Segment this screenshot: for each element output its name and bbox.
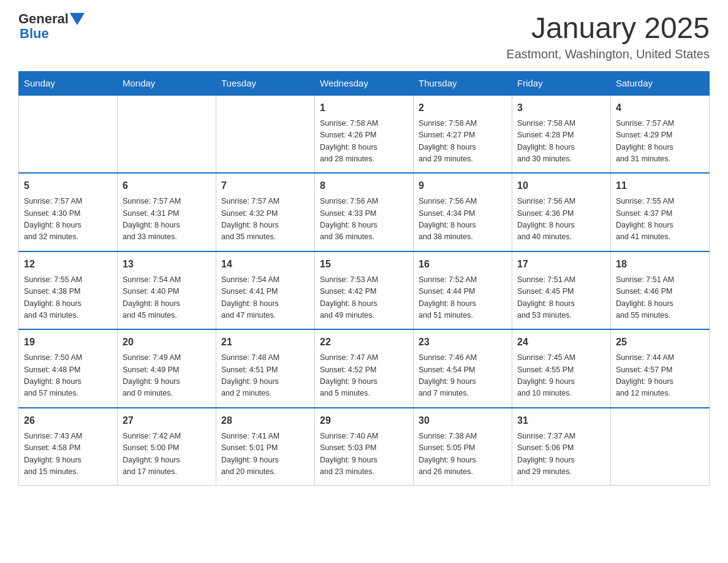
day-number: 1: [320, 101, 408, 115]
day-info: Sunrise: 7:58 AM Sunset: 4:26 PM Dayligh…: [320, 118, 408, 166]
day-info: Sunrise: 7:57 AM Sunset: 4:29 PM Dayligh…: [616, 118, 704, 166]
header-thursday: Thursday: [414, 71, 512, 95]
day-info: Sunrise: 7:55 AM Sunset: 4:37 PM Dayligh…: [616, 196, 704, 243]
logo-general-text: General: [18, 12, 69, 26]
day-info: Sunrise: 7:48 AM Sunset: 4:51 PM Dayligh…: [221, 352, 309, 400]
logo: General Blue: [18, 12, 85, 42]
table-row: 19Sunrise: 7:50 AM Sunset: 4:48 PM Dayli…: [19, 329, 118, 408]
day-info: Sunrise: 7:53 AM Sunset: 4:42 PM Dayligh…: [320, 274, 408, 322]
calendar-week-row: 1Sunrise: 7:58 AM Sunset: 4:26 PM Daylig…: [19, 95, 710, 174]
header-tuesday: Tuesday: [216, 71, 315, 95]
day-info: Sunrise: 7:58 AM Sunset: 4:27 PM Dayligh…: [419, 118, 507, 166]
header-sunday: Sunday: [19, 71, 118, 95]
day-info: Sunrise: 7:58 AM Sunset: 4:28 PM Dayligh…: [517, 118, 605, 166]
table-row: 10Sunrise: 7:56 AM Sunset: 4:36 PM Dayli…: [512, 173, 611, 251]
calendar-header: Sunday Monday Tuesday Wednesday Thursday…: [19, 71, 710, 95]
table-row: 25Sunrise: 7:44 AM Sunset: 4:57 PM Dayli…: [611, 329, 710, 408]
day-number: 17: [517, 257, 605, 272]
day-number: 9: [419, 178, 507, 193]
logo-blue-text: Blue: [20, 26, 49, 42]
table-row: 20Sunrise: 7:49 AM Sunset: 4:49 PM Dayli…: [118, 329, 216, 408]
table-row: 31Sunrise: 7:37 AM Sunset: 5:06 PM Dayli…: [512, 408, 611, 486]
day-info: Sunrise: 7:52 AM Sunset: 4:44 PM Dayligh…: [419, 274, 507, 322]
day-number: 15: [320, 257, 408, 272]
header-wednesday: Wednesday: [315, 71, 414, 95]
day-info: Sunrise: 7:47 AM Sunset: 4:52 PM Dayligh…: [320, 352, 408, 400]
table-row: 23Sunrise: 7:46 AM Sunset: 4:54 PM Dayli…: [414, 329, 512, 408]
day-info: Sunrise: 7:51 AM Sunset: 4:45 PM Dayligh…: [517, 274, 605, 322]
day-info: Sunrise: 7:45 AM Sunset: 4:55 PM Dayligh…: [517, 352, 605, 400]
table-row: 12Sunrise: 7:55 AM Sunset: 4:38 PM Dayli…: [19, 251, 118, 330]
calendar-week-row: 26Sunrise: 7:43 AM Sunset: 4:58 PM Dayli…: [19, 408, 710, 486]
logo-triangle-icon: [70, 13, 85, 25]
table-row: 13Sunrise: 7:54 AM Sunset: 4:40 PM Dayli…: [118, 251, 216, 330]
day-number: 21: [221, 335, 309, 350]
table-row: [216, 95, 315, 174]
day-number: 8: [320, 178, 408, 193]
page-subtitle: Eastmont, Washington, United States: [506, 47, 710, 61]
day-number: 6: [123, 178, 211, 193]
table-row: [19, 95, 118, 174]
table-row: 30Sunrise: 7:38 AM Sunset: 5:05 PM Dayli…: [414, 408, 512, 486]
day-number: 19: [24, 335, 112, 350]
table-row: 16Sunrise: 7:52 AM Sunset: 4:44 PM Dayli…: [414, 251, 512, 330]
day-number: 29: [320, 413, 408, 428]
day-info: Sunrise: 7:55 AM Sunset: 4:38 PM Dayligh…: [24, 274, 112, 322]
day-number: 10: [517, 178, 605, 193]
table-row: 28Sunrise: 7:41 AM Sunset: 5:01 PM Dayli…: [216, 408, 315, 486]
day-number: 18: [616, 257, 704, 272]
day-number: 25: [616, 335, 704, 350]
day-info: Sunrise: 7:43 AM Sunset: 4:58 PM Dayligh…: [24, 431, 112, 478]
table-row: [118, 95, 216, 174]
day-info: Sunrise: 7:37 AM Sunset: 5:06 PM Dayligh…: [517, 431, 605, 478]
day-info: Sunrise: 7:40 AM Sunset: 5:03 PM Dayligh…: [320, 431, 408, 478]
day-info: Sunrise: 7:56 AM Sunset: 4:34 PM Dayligh…: [419, 196, 507, 243]
day-number: 7: [221, 178, 309, 193]
day-number: 3: [517, 101, 605, 115]
day-info: Sunrise: 7:51 AM Sunset: 4:46 PM Dayligh…: [616, 274, 704, 322]
header-saturday: Saturday: [611, 71, 710, 95]
day-number: 31: [517, 413, 605, 428]
table-row: 21Sunrise: 7:48 AM Sunset: 4:51 PM Dayli…: [216, 329, 315, 408]
calendar-body: 1Sunrise: 7:58 AM Sunset: 4:26 PM Daylig…: [19, 95, 710, 486]
table-row: 3Sunrise: 7:58 AM Sunset: 4:28 PM Daylig…: [512, 95, 611, 174]
day-info: Sunrise: 7:57 AM Sunset: 4:31 PM Dayligh…: [123, 196, 211, 243]
day-number: 30: [419, 413, 507, 428]
day-number: 13: [123, 257, 211, 272]
day-info: Sunrise: 7:49 AM Sunset: 4:49 PM Dayligh…: [123, 352, 211, 400]
day-number: 20: [123, 335, 211, 350]
day-number: 5: [24, 178, 112, 193]
table-row: 9Sunrise: 7:56 AM Sunset: 4:34 PM Daylig…: [414, 173, 512, 251]
header-friday: Friday: [512, 71, 611, 95]
table-row: 17Sunrise: 7:51 AM Sunset: 4:45 PM Dayli…: [512, 251, 611, 330]
table-row: 29Sunrise: 7:40 AM Sunset: 5:03 PM Dayli…: [315, 408, 414, 486]
day-info: Sunrise: 7:54 AM Sunset: 4:40 PM Dayligh…: [123, 274, 211, 322]
table-row: 6Sunrise: 7:57 AM Sunset: 4:31 PM Daylig…: [118, 173, 216, 251]
calendar-week-row: 12Sunrise: 7:55 AM Sunset: 4:38 PM Dayli…: [19, 251, 710, 330]
day-info: Sunrise: 7:38 AM Sunset: 5:05 PM Dayligh…: [419, 431, 507, 478]
day-number: 24: [517, 335, 605, 350]
table-row: [611, 408, 710, 486]
calendar-week-row: 19Sunrise: 7:50 AM Sunset: 4:48 PM Dayli…: [19, 329, 710, 408]
page-title: January 2025: [506, 12, 710, 45]
day-info: Sunrise: 7:57 AM Sunset: 4:30 PM Dayligh…: [24, 196, 112, 243]
day-number: 22: [320, 335, 408, 350]
table-row: 5Sunrise: 7:57 AM Sunset: 4:30 PM Daylig…: [19, 173, 118, 251]
day-info: Sunrise: 7:46 AM Sunset: 4:54 PM Dayligh…: [419, 352, 507, 400]
page-header: General Blue January 2025 Eastmont, Wash…: [18, 12, 710, 61]
day-number: 11: [616, 178, 704, 193]
day-number: 28: [221, 413, 309, 428]
day-info: Sunrise: 7:56 AM Sunset: 4:33 PM Dayligh…: [320, 196, 408, 243]
table-row: 7Sunrise: 7:57 AM Sunset: 4:32 PM Daylig…: [216, 173, 315, 251]
table-row: 2Sunrise: 7:58 AM Sunset: 4:27 PM Daylig…: [414, 95, 512, 174]
calendar-table: Sunday Monday Tuesday Wednesday Thursday…: [18, 71, 710, 486]
table-row: 14Sunrise: 7:54 AM Sunset: 4:41 PM Dayli…: [216, 251, 315, 330]
day-info: Sunrise: 7:44 AM Sunset: 4:57 PM Dayligh…: [616, 352, 704, 400]
day-info: Sunrise: 7:54 AM Sunset: 4:41 PM Dayligh…: [221, 274, 309, 322]
table-row: 24Sunrise: 7:45 AM Sunset: 4:55 PM Dayli…: [512, 329, 611, 408]
table-row: 18Sunrise: 7:51 AM Sunset: 4:46 PM Dayli…: [611, 251, 710, 330]
day-info: Sunrise: 7:57 AM Sunset: 4:32 PM Dayligh…: [221, 196, 309, 243]
table-row: 11Sunrise: 7:55 AM Sunset: 4:37 PM Dayli…: [611, 173, 710, 251]
table-row: 26Sunrise: 7:43 AM Sunset: 4:58 PM Dayli…: [19, 408, 118, 486]
day-number: 27: [123, 413, 211, 428]
